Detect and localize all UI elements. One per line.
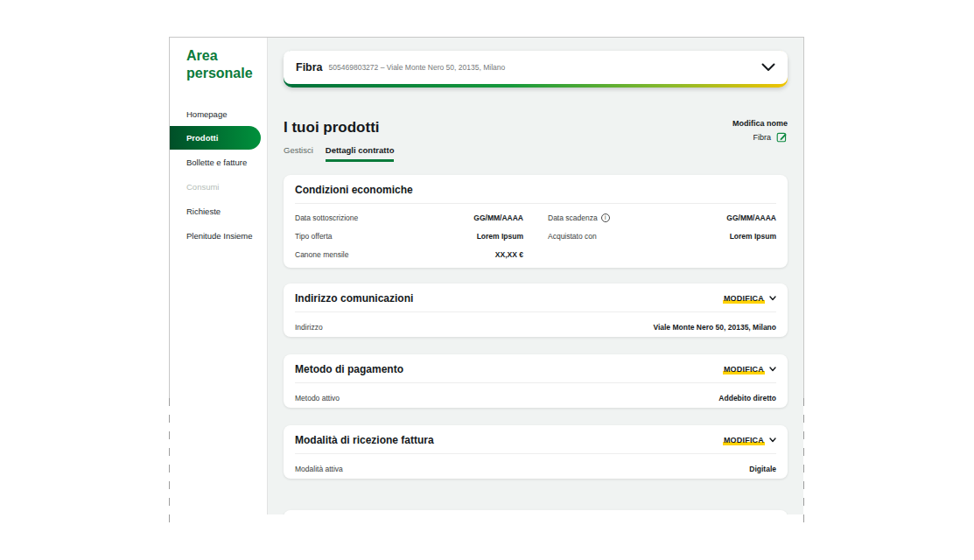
modifica-button[interactable]: MODIFICA — [723, 294, 776, 304]
rename-product-block: Modifica nome Fibra — [732, 119, 788, 143]
field-label: Modalità attiva — [295, 465, 343, 473]
main-content: Fibra 505469803272 – Viale Monte Nero 50… — [268, 38, 803, 514]
sidebar-item-label: Prodotti — [186, 133, 218, 143]
field-value: Digitale — [749, 465, 776, 473]
modifica-button[interactable]: MODIFICA — [723, 436, 776, 445]
modifica-label: MODIFICA — [723, 365, 765, 374]
field-value: Viale Monte Nero 50, 20135, Milano — [653, 323, 776, 332]
page-title: I tuoi prodotti — [284, 119, 380, 136]
card-title: Modalità di ricezione fattura — [295, 434, 434, 446]
modifica-label: MODIFICA — [723, 294, 765, 304]
card-modalita-ricezione-fattura: Modalità di ricezione fattura MODIFICA M… — [284, 425, 788, 479]
card-partial-next — [284, 510, 788, 514]
window-border-right-dashed — [803, 398, 804, 526]
sidebar-title: Area personale — [170, 47, 267, 82]
sidebar-item-homepage[interactable]: Homepage — [170, 102, 267, 126]
sidebar-item-richieste[interactable]: Richieste — [170, 199, 267, 223]
card-condizioni-economiche: Condizioni economiche Data sottoscrizion… — [284, 175, 788, 268]
product-selector-dropdown[interactable]: Fibra 505469803272 – Viale Monte Nero 50… — [284, 51, 788, 88]
sidebar-item-label: Richieste — [186, 206, 221, 216]
field-label: Data scadenza — [548, 214, 598, 222]
sidebar-item-label: Plenitude Insieme — [186, 231, 253, 241]
sidebar-item-plenitude-insieme[interactable]: Plenitude Insieme — [170, 223, 267, 248]
field-value: Addebito diretto — [718, 394, 776, 402]
field-value: XX,XX € — [495, 250, 523, 259]
chevron-down-icon — [769, 438, 776, 443]
chevron-down-icon — [769, 367, 776, 372]
card-metodo-di-pagamento: Metodo di pagamento MODIFICA Metodo atti… — [284, 354, 788, 408]
field-label: Indirizzo — [295, 323, 323, 332]
field-value: Lorem Ipsum — [730, 232, 776, 241]
sidebar-item-bollette-e-fatture[interactable]: Bollette e fatture — [170, 150, 267, 174]
field-label: Tipo offerta — [295, 232, 333, 241]
field-label: Data sottoscrizione — [295, 214, 358, 222]
sidebar-item-consumi[interactable]: Consumi — [170, 174, 267, 199]
card-title: Metodo di pagamento — [295, 363, 403, 375]
app-window: Area personale Homepage Prodotti Bollett… — [169, 37, 804, 514]
sidebar-item-label: Consumi — [186, 182, 220, 192]
field-label: Acquistato con — [548, 232, 597, 241]
rename-label: Modifica nome — [732, 119, 788, 128]
field-value: GG/MM/AAAA — [473, 214, 523, 222]
card-indirizzo-comunicazioni: Indirizzo comunicazioni MODIFICA Indiriz… — [284, 284, 788, 337]
chevron-down-icon — [769, 296, 776, 301]
modifica-button[interactable]: MODIFICA — [723, 365, 776, 374]
field-label: Metodo attivo — [295, 394, 340, 402]
tab-gestisci[interactable]: Gestisci — [284, 145, 313, 162]
field-row: Modalità attiva Digitale — [295, 465, 776, 473]
product-details: 505469803272 – Viale Monte Nero 50, 2013… — [329, 63, 506, 72]
tab-dettagli-contratto[interactable]: Dettagli contratto — [326, 145, 395, 162]
window-border-right — [803, 37, 804, 398]
field-row: Metodo attivo Addebito diretto — [295, 394, 776, 402]
sidebar-nav: Homepage Prodotti Bollette e fatture Con… — [170, 102, 267, 248]
field-row: Indirizzo Viale Monte Nero 50, 20135, Mi… — [295, 323, 776, 332]
rename-product-button[interactable]: Fibra — [732, 131, 788, 143]
chevron-down-icon — [761, 63, 775, 72]
info-icon[interactable]: i — [601, 214, 610, 222]
field-row: Tipo offerta Lorem Ipsum Acquistato con … — [295, 232, 776, 241]
card-title: Indirizzo comunicazioni — [295, 292, 413, 304]
edit-icon[interactable] — [776, 131, 788, 143]
tab-bar: Gestisci Dettagli contratto — [284, 145, 788, 162]
field-row: Canone mensile XX,XX € — [295, 250, 776, 259]
sidebar-item-label: Homepage — [186, 109, 227, 119]
sidebar: Area personale Homepage Prodotti Bollett… — [170, 38, 268, 514]
field-label: Canone mensile — [295, 250, 348, 259]
rename-value: Fibra — [753, 133, 771, 142]
modifica-label: MODIFICA — [723, 436, 765, 445]
card-title: Condizioni economiche — [295, 184, 413, 196]
sidebar-item-prodotti[interactable]: Prodotti — [170, 126, 261, 150]
sidebar-item-label: Bollette e fatture — [186, 158, 247, 167]
field-row: Data sottoscrizione GG/MM/AAAA Data scad… — [295, 214, 776, 222]
product-name: Fibra — [296, 61, 323, 74]
field-value: Lorem Ipsum — [477, 232, 523, 241]
field-value: GG/MM/AAAA — [726, 214, 776, 222]
